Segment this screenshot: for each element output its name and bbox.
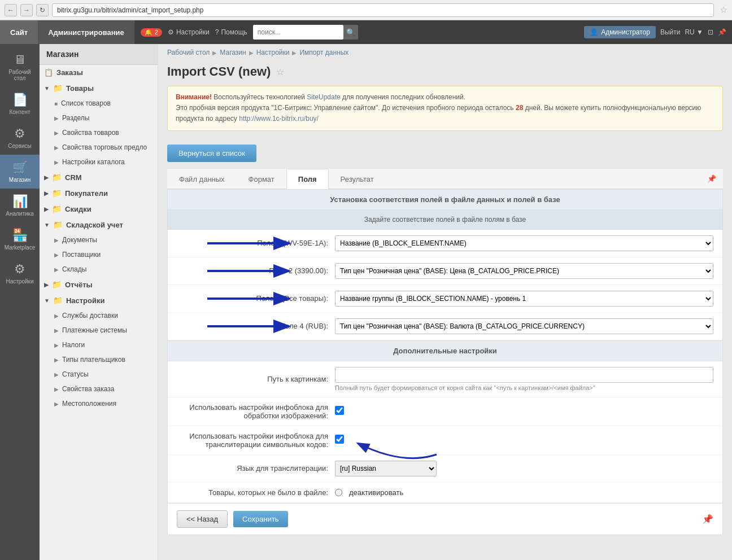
tab-format[interactable]: Формат bbox=[237, 169, 286, 189]
tab-file[interactable]: Файл данных bbox=[167, 169, 237, 189]
folder-icon: 📁 bbox=[52, 204, 62, 213]
sidebar-item-taxes[interactable]: ▶ Налоги bbox=[40, 338, 158, 352]
sidebar-item-reports[interactable]: ▶ 📁 Отчёты bbox=[40, 277, 158, 292]
sidebar-item-crm[interactable]: ▶ 📁 CRM bbox=[40, 169, 158, 185]
warning-days: 28 bbox=[516, 104, 523, 112]
site-update-link[interactable]: SiteUpdate bbox=[307, 93, 340, 101]
sidebar-item-goods-list[interactable]: ■ Список товаров bbox=[40, 96, 158, 111]
bullet-icon: ▶ bbox=[54, 115, 59, 121]
sidebar-item-marketplace[interactable]: 🏪 Marketplace bbox=[0, 222, 40, 256]
sidebar-item-sections[interactable]: ▶ Разделы bbox=[40, 111, 158, 125]
sidebar-item-catalog-settings[interactable]: ▶ Настройки каталога bbox=[40, 155, 158, 169]
search-button[interactable]: 🔍 bbox=[343, 25, 358, 40]
iblock-translit-row: Использовать настройки инфоблока для тра… bbox=[168, 426, 722, 455]
tab-pin-icon[interactable]: 📌 bbox=[700, 169, 723, 189]
sidebar-item-order-props[interactable]: ▶ Свойства заказа bbox=[40, 382, 158, 396]
site-tab[interactable]: Сайт bbox=[0, 20, 38, 44]
iblock-images-row: Использовать настройки инфоблока для обр… bbox=[168, 397, 722, 426]
forward-button[interactable]: → bbox=[20, 4, 33, 16]
field1-select[interactable]: Название (B_IBLOCK_ELEMENT.NAME) bbox=[335, 235, 713, 251]
bullet-icon: ▶ bbox=[54, 386, 59, 392]
sidebar-item-props[interactable]: ▶ Свойства товаров bbox=[40, 125, 158, 140]
iblock-translit-checkbox[interactable] bbox=[335, 435, 344, 444]
sidebar-item-buyers[interactable]: ▶ 📁 Покупатели bbox=[40, 185, 158, 201]
sidebar-item-settings[interactable]: ⚙ Настройки bbox=[0, 256, 40, 290]
sidebar-item-content[interactable]: 📄 Контент bbox=[0, 87, 40, 121]
triangle-right-icon: ▶ bbox=[44, 190, 49, 196]
buy-link[interactable]: http://www.1c-bitrix.ru/buy/ bbox=[239, 115, 319, 123]
sidebar-item-docs[interactable]: ▶ Документы bbox=[40, 233, 158, 247]
breadcrumb-shop[interactable]: Магазин bbox=[220, 49, 246, 56]
sidebar-item-analytics[interactable]: 📊 Аналитика bbox=[0, 189, 40, 222]
user-menu-button[interactable]: 👤 Администратор bbox=[584, 26, 656, 38]
pin-icon[interactable]: 📌 bbox=[718, 28, 726, 36]
notifications-badge[interactable]: 🔔 2 bbox=[141, 28, 162, 37]
search-input[interactable] bbox=[253, 25, 343, 40]
folder-icon: 📁 bbox=[53, 296, 63, 305]
sidebar-item-statuses[interactable]: ▶ Статусы bbox=[40, 367, 158, 382]
bottom-pin-icon[interactable]: 📌 bbox=[702, 514, 713, 524]
url-bar[interactable] bbox=[52, 3, 714, 17]
breadcrumb-import[interactable]: Импорт данных bbox=[299, 49, 348, 56]
sidebar-item-delivery[interactable]: ▶ Службы доставки bbox=[40, 308, 158, 323]
field3-select[interactable]: Название группы (B_IBLOCK_SECTION.NAME) … bbox=[335, 291, 713, 307]
sidebar-item-nastavniki[interactable]: ▼ 📁 Настройки bbox=[40, 292, 158, 308]
favorite-star[interactable]: ☆ bbox=[276, 67, 284, 77]
fullscreen-icon[interactable]: ⊡ bbox=[708, 28, 713, 36]
sidebar-item-services[interactable]: ⚙ Сервисы bbox=[0, 121, 40, 155]
images-path-input[interactable] bbox=[335, 367, 713, 383]
sidebar-item-locations[interactable]: ▶ Местоположения bbox=[40, 396, 158, 411]
form-section-title: Установка соответствия полей в файле дан… bbox=[168, 190, 722, 210]
sidebar-item-goods[interactable]: ▼ 📁 Товары bbox=[40, 80, 158, 96]
gear-icon: ⚙ bbox=[168, 28, 174, 36]
field2-select[interactable]: Тип цен "Розничная цена" (BASE): Цена (B… bbox=[335, 263, 713, 279]
folder-icon: 📁 bbox=[52, 280, 62, 289]
iblock-images-checkbox[interactable] bbox=[335, 406, 344, 415]
sidebar-item-payment[interactable]: ▶ Платежные системы bbox=[40, 323, 158, 338]
breadcrumb-sep-2: ▶ bbox=[249, 50, 254, 56]
back-button[interactable]: ← bbox=[5, 4, 17, 16]
back-button[interactable]: << Назад bbox=[177, 510, 228, 528]
bullet-icon: ▶ bbox=[54, 159, 59, 165]
sidebar-item-orders[interactable]: 📋 Заказы bbox=[40, 65, 158, 80]
sidebar-item-suppliers[interactable]: ▶ Поставщики bbox=[40, 247, 158, 262]
breadcrumb-desktop[interactable]: Рабочий стол bbox=[167, 49, 210, 56]
sidebar-item-warehouse[interactable]: ▼ 📁 Складской учет bbox=[40, 217, 158, 233]
iblock-translit-label: Использовать настройки инфоблока для тра… bbox=[177, 432, 335, 449]
sidebar-item-shop[interactable]: 🛒 Магазин bbox=[0, 155, 40, 189]
not-in-file-row: Товары, которых не было в файле: деактив… bbox=[168, 483, 722, 503]
field4-select[interactable]: Тип цен "Розничная цена" (BASE): Валюта … bbox=[335, 318, 713, 334]
bell-icon: 🔔 bbox=[145, 29, 152, 36]
logout-button[interactable]: Выйти bbox=[660, 28, 681, 36]
translit-lang-select[interactable]: [ru] Russian bbox=[335, 461, 437, 476]
bullet-icon: ▶ bbox=[54, 130, 59, 136]
translit-lang-label: Язык для транслитерации: bbox=[177, 464, 335, 473]
sidebar-item-discounts[interactable]: ▶ 📁 Скидки bbox=[40, 201, 158, 217]
folder-icon: 📁 bbox=[52, 173, 62, 182]
tab-fields[interactable]: Поля bbox=[286, 169, 329, 189]
bullet-icon: ▶ bbox=[54, 313, 59, 319]
iblock-images-label: Использовать настройки инфоблока для обр… bbox=[177, 403, 335, 420]
breadcrumb-settings[interactable]: Настройки bbox=[256, 49, 290, 56]
sidebar-item-trade-props[interactable]: ▶ Свойства торговых предло bbox=[40, 140, 158, 155]
settings-link[interactable]: ⚙ Настройки bbox=[168, 28, 210, 36]
sidebar-item-desktop[interactable]: 🖥 Рабочий стол bbox=[0, 47, 40, 87]
not-in-file-control: деактивировать bbox=[335, 488, 713, 497]
return-button[interactable]: Вернуться в список bbox=[167, 145, 256, 162]
help-link[interactable]: ? Помощь bbox=[215, 28, 247, 36]
sidebar-item-payer-types[interactable]: ▶ Типы плательщиков bbox=[40, 352, 158, 367]
bookmark-star[interactable]: ☆ bbox=[720, 5, 727, 15]
tab-result[interactable]: Результат bbox=[329, 169, 386, 189]
not-in-file-radio[interactable] bbox=[335, 489, 342, 496]
field1-row: Поле 1 (WV-59E-1A): Название (B_IBLOCK_E… bbox=[168, 230, 722, 257]
lang-selector[interactable]: RU ▼ bbox=[685, 28, 703, 36]
triangle-down-icon: ▼ bbox=[44, 298, 50, 304]
sidebar-item-warehouses[interactable]: ▶ Склады bbox=[40, 262, 158, 277]
save-button[interactable]: Сохранить bbox=[233, 511, 288, 527]
help-icon: ? bbox=[215, 28, 219, 36]
breadcrumb: Рабочий стол ▶ Магазин ▶ Настройки ▶ Имп… bbox=[158, 44, 732, 61]
iblock-images-control bbox=[335, 406, 713, 417]
refresh-button[interactable]: ↻ bbox=[36, 4, 49, 16]
nav-sidebar: Магазин 📋 Заказы ▼ 📁 Товары ■ Список тов… bbox=[40, 44, 158, 560]
admin-tab[interactable]: Администрирование bbox=[38, 20, 135, 44]
